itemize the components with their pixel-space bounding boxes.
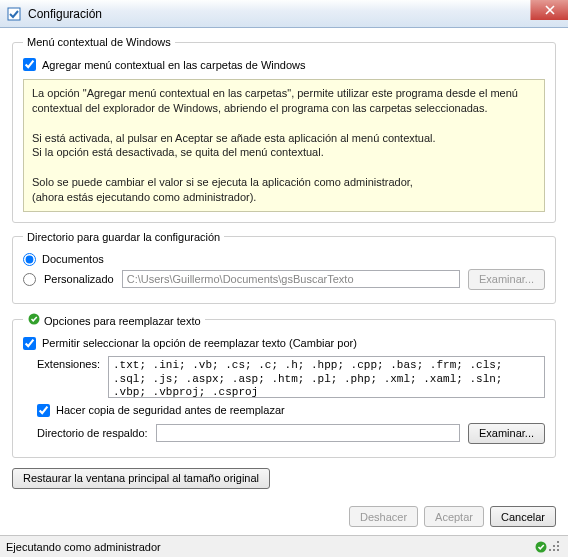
resize-grip[interactable] bbox=[548, 540, 562, 554]
titlebar: Configuración bbox=[0, 0, 568, 28]
status-text: Ejecutando como administrador bbox=[6, 541, 161, 553]
backup-dir-input[interactable] bbox=[156, 424, 460, 442]
browse-backup-dir-button[interactable]: Examinar... bbox=[468, 423, 545, 444]
group-replace-legend-text: Opciones para reemplazar texto bbox=[44, 315, 201, 327]
backup-label: Hacer copia de seguridad antes de reempl… bbox=[56, 404, 285, 416]
custom-path-input[interactable] bbox=[122, 270, 460, 288]
undo-button[interactable]: Deshacer bbox=[349, 506, 418, 527]
group-context-menu-legend: Menú contextual de Windows bbox=[23, 36, 175, 48]
window-title: Configuración bbox=[28, 7, 102, 21]
radio-custom[interactable] bbox=[23, 273, 36, 286]
radio-custom-label: Personalizado bbox=[44, 273, 114, 285]
dialog-content: Menú contextual de Windows Agregar menú … bbox=[0, 28, 568, 500]
group-config-dir-legend: Directorio para guardar la configuración bbox=[23, 231, 224, 243]
allow-replace-checkbox[interactable] bbox=[23, 337, 36, 350]
radio-documents-label: Documentos bbox=[42, 253, 104, 265]
svg-rect-0 bbox=[8, 8, 20, 20]
group-config-dir: Directorio para guardar la configuración… bbox=[12, 231, 556, 304]
allow-replace-label: Permitir seleccionar la opción de reempl… bbox=[42, 337, 357, 349]
dialog-button-bar: Deshacer Aceptar Cancelar bbox=[0, 500, 568, 535]
backup-checkbox[interactable] bbox=[37, 404, 50, 417]
statusbar: Ejecutando como administrador bbox=[0, 535, 568, 557]
add-context-menu-checkbox[interactable] bbox=[23, 58, 36, 71]
extensions-label: Extensiones: bbox=[37, 356, 100, 370]
backup-dir-label: Directorio de respaldo: bbox=[37, 427, 148, 439]
shield-icon bbox=[27, 312, 41, 326]
context-menu-info: La opción "Agregar menú contextual en la… bbox=[23, 79, 545, 212]
close-button[interactable] bbox=[530, 0, 568, 20]
group-context-menu: Menú contextual de Windows Agregar menú … bbox=[12, 36, 556, 223]
browse-config-dir-button[interactable]: Examinar... bbox=[468, 269, 545, 290]
cancel-button[interactable]: Cancelar bbox=[490, 506, 556, 527]
status-shield-icon bbox=[534, 540, 548, 554]
restore-window-button[interactable]: Restaurar la ventana principal al tamaño… bbox=[12, 468, 270, 489]
radio-documents[interactable] bbox=[23, 253, 36, 266]
ok-button[interactable]: Aceptar bbox=[424, 506, 484, 527]
add-context-menu-label: Agregar menú contextual en las carpetas … bbox=[42, 59, 306, 71]
group-replace-legend: Opciones para reemplazar texto bbox=[23, 312, 205, 327]
app-icon bbox=[6, 6, 22, 22]
group-replace: Opciones para reemplazar texto Permitir … bbox=[12, 312, 556, 458]
extensions-input[interactable]: .txt; .ini; .vb; .cs; .c; .h; .hpp; .cpp… bbox=[108, 356, 545, 398]
